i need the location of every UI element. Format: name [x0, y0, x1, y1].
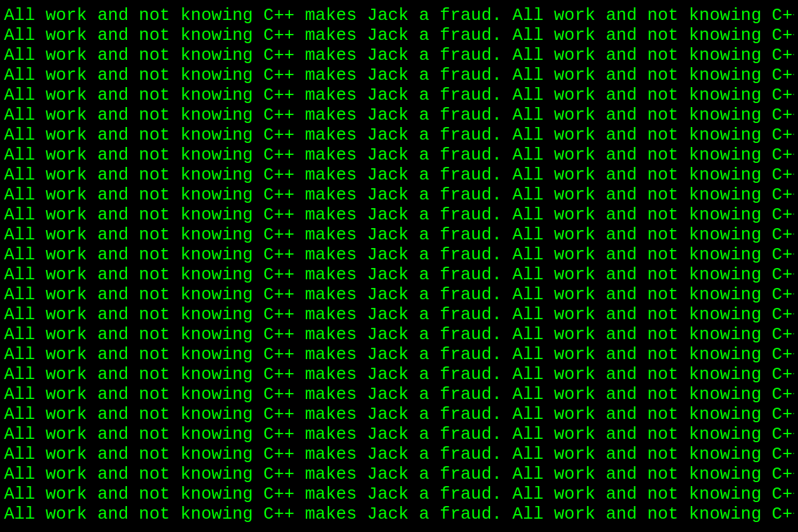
text-line: All work and not knowing C++ makes Jack …	[4, 444, 794, 464]
text-line: All work and not knowing C++ makes Jack …	[4, 25, 794, 45]
text-line: All work and not knowing C++ makes Jack …	[4, 305, 794, 325]
text-line: All work and not knowing C++ makes Jack …	[4, 245, 794, 265]
text-line: All work and not knowing C++ makes Jack …	[4, 265, 794, 285]
text-line: All work and not knowing C++ makes Jack …	[4, 125, 794, 145]
text-line: All work and not knowing C++ makes Jack …	[4, 185, 794, 205]
text-line: All work and not knowing C++ makes Jack …	[4, 484, 794, 504]
text-line: All work and not knowing C++ makes Jack …	[4, 464, 794, 484]
text-line: All work and not knowing C++ makes Jack …	[4, 384, 794, 404]
text-line: All work and not knowing C++ makes Jack …	[4, 364, 794, 384]
text-content-area: All work and not knowing C++ makes Jack …	[4, 5, 794, 527]
text-line: All work and not knowing C++ makes Jack …	[4, 205, 794, 225]
text-line: All work and not knowing C++ makes Jack …	[4, 45, 794, 65]
text-line: All work and not knowing C++ makes Jack …	[4, 5, 794, 25]
text-line: All work and not knowing C++ makes Jack …	[4, 285, 794, 305]
text-line: All work and not knowing C++ makes Jack …	[4, 344, 794, 364]
text-line: All work and not knowing C++ makes Jack …	[4, 165, 794, 185]
text-line: All work and not knowing C++ makes Jack …	[4, 225, 794, 245]
text-line: All work and not knowing C++ makes Jack …	[4, 65, 794, 85]
text-line: All work and not knowing C++ makes Jack …	[4, 325, 794, 344]
text-line: All work and not knowing C++ makes Jack …	[4, 145, 794, 165]
text-line: All work and not knowing C++ makes Jack …	[4, 404, 794, 424]
text-line: All work and not knowing C++ makes Jack …	[4, 85, 794, 105]
text-line: All work and not knowing C++ makes Jack …	[4, 105, 794, 125]
text-line: All work and not knowing C++ makes Jack …	[4, 504, 794, 524]
text-line: All work and not knowing C++ makes Jack …	[4, 424, 794, 444]
